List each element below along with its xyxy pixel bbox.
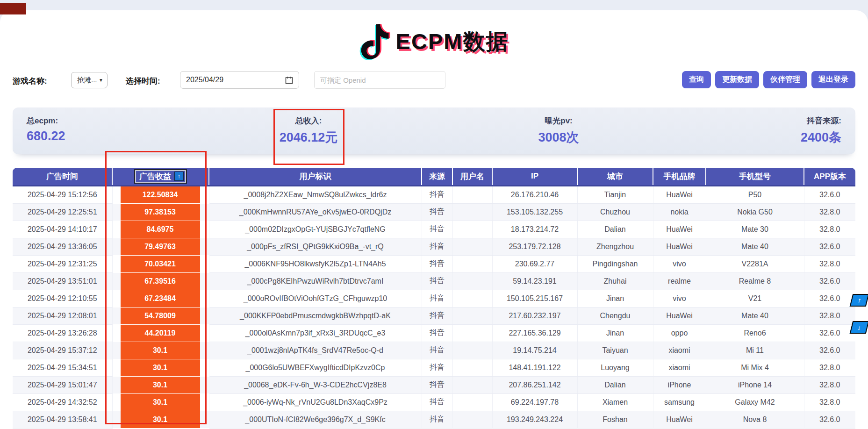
partner-management-button[interactable]: 伙伴管理 xyxy=(763,71,807,88)
revenue-badge: 67.23484 xyxy=(121,290,200,307)
cell-ip: 230.69.2.77 xyxy=(492,255,577,272)
cell-username xyxy=(452,272,492,290)
table-row[interactable]: 2025-04-29 13:58:41 30.1 _000UTIoN-fCI82… xyxy=(13,411,855,428)
revenue-badge: 44.20119 xyxy=(121,325,200,342)
sort-up-icon[interactable]: ↑ xyxy=(174,172,184,181)
table-row[interactable]: 2025-04-29 12:10:55 67.23484 _000oROvIfB… xyxy=(13,290,855,307)
cell-ad-time: 2025-04-29 14:10:17 xyxy=(13,221,112,238)
cell-ip: 26.176.210.46 xyxy=(492,186,577,203)
cell-source: 抖音 xyxy=(422,393,452,411)
cell-ip: 217.60.232.197 xyxy=(492,307,577,324)
cell-ad-time: 2025-04-29 12:10:55 xyxy=(13,290,112,307)
table-row[interactable]: 2025-04-29 15:34:51 30.1 _000G6lo5UWBEFX… xyxy=(13,359,855,376)
date-input[interactable]: 2025/04/29 xyxy=(180,71,299,89)
cell-source: 抖音 xyxy=(422,411,452,428)
cell-ad-time: 2025-04-29 15:37:12 xyxy=(13,342,112,359)
cell-user-id: _0008j2hZ2XEaw_NmwSQ8uIZwkcs_ldr6z xyxy=(209,186,422,203)
cell-phone-brand: iPhone xyxy=(653,376,706,393)
header-source: 来源 xyxy=(422,168,452,186)
cell-username xyxy=(452,359,492,376)
cell-ad-revenue: 30.1 xyxy=(112,359,209,376)
cell-phone-model: Mi Mix 4 xyxy=(706,359,804,376)
table-row[interactable]: 2025-04-29 13:26:28 44.20119 _000ol0AsKm… xyxy=(13,324,855,342)
cell-user-id: _000KKFP0ebdPmuscmdwgkbBWzhpqtD-aK xyxy=(209,307,422,324)
table-row[interactable]: 2025-04-29 12:08:01 54.78009 _000KKFP0eb… xyxy=(13,307,855,324)
revenue-badge: 122.50834 xyxy=(121,186,200,203)
table-row[interactable]: 2025-04-29 14:32:52 30.1 _0006-iyWq-Nk_r… xyxy=(13,393,855,411)
cell-username xyxy=(452,411,492,428)
cell-user-id: _000cPg8KEIhPwzuWiRvlh7btDtrvc7amI xyxy=(209,272,422,290)
table-row[interactable]: 2025-04-29 12:25:51 97.38153 _000KmHwnnR… xyxy=(13,203,855,221)
stats-bar: 总ecpm: 680.22 总收入: 2046.12元 曝光pv: 3008次 … xyxy=(13,107,855,154)
cell-city: Foshan xyxy=(577,411,653,428)
cell-username xyxy=(452,186,492,203)
cell-phone-brand: samsung xyxy=(653,393,706,411)
cell-source: 抖音 xyxy=(422,376,452,393)
table-body: 2025-04-29 15:12:56 122.50834 _0008j2hZ2… xyxy=(13,186,855,428)
cell-user-id: _000UTIoN-fCI82We6ge396g7X_d_S9Kfc xyxy=(209,411,422,428)
cell-ip: 148.41.191.122 xyxy=(492,359,577,376)
cell-app-version: 32.6.0 xyxy=(804,272,855,290)
table-row[interactable]: 2025-04-29 15:37:12 30.1 _0001wzj8nlApTK… xyxy=(13,342,855,359)
cell-ip: 150.105.215.167 xyxy=(492,290,577,307)
table-row[interactable]: 2025-04-29 13:36:05 79.49763 _000pFs_zfR… xyxy=(13,238,855,255)
table-row[interactable]: 2025-04-29 12:31:25 70.03421 _0006KNF95H… xyxy=(13,255,855,272)
game-select-value: 抢滩... xyxy=(77,76,97,85)
cell-ad-revenue: 67.39516 xyxy=(112,272,209,290)
query-button[interactable]: 查询 xyxy=(682,71,711,88)
cell-source: 抖音 xyxy=(422,238,452,255)
revenue-badge: 67.39516 xyxy=(121,273,200,290)
openid-input[interactable] xyxy=(314,71,445,89)
logout-button[interactable]: 退出登录 xyxy=(811,71,855,88)
table-row[interactable]: 2025-04-29 14:10:17 84.6975 _000m02DIzgx… xyxy=(13,221,855,238)
cell-phone-brand: nokia xyxy=(653,203,706,221)
cell-app-version: 32.8.0 xyxy=(804,307,855,324)
recording-badge xyxy=(0,3,26,14)
game-select[interactable]: 抢滩... ▼ xyxy=(71,72,108,88)
cell-ad-revenue: 70.03421 xyxy=(112,255,209,272)
cell-app-version: 32.8.0 xyxy=(804,221,855,238)
filter-row: 游戏名称: 抢滩... ▼ 选择时间: 2025/04/29 查询 更新数据 伙… xyxy=(0,63,868,93)
scroll-up-button[interactable]: ↑ xyxy=(850,294,868,307)
revenue-badge: 79.49763 xyxy=(121,238,200,255)
cell-app-version: 32.8.0 xyxy=(804,255,855,272)
cell-source: 抖音 xyxy=(422,255,452,272)
cell-source: 抖音 xyxy=(422,324,452,342)
cell-app-version: 32.6.0 xyxy=(804,324,855,342)
cell-phone-model: Nokia G50 xyxy=(706,203,804,221)
cell-user-id: _000KmHwnnRU57AYe_oKv5jwEO-0RDQjDz xyxy=(209,203,422,221)
cell-app-version: 32.6.0 xyxy=(804,411,855,428)
cell-ad-revenue: 67.23484 xyxy=(112,290,209,307)
page-title: ECPM数据 xyxy=(396,27,509,57)
revenue-badge: 30.1 xyxy=(121,359,200,376)
main-card: ECPM数据 游戏名称: 抢滩... ▼ 选择时间: 2025/04/29 查询… xyxy=(0,10,868,429)
action-buttons: 查询 更新数据 伙伴管理 退出登录 xyxy=(682,71,855,88)
cell-phone-brand: vivo xyxy=(653,290,706,307)
cell-phone-brand: HuaWei xyxy=(653,307,706,324)
game-name-label: 游戏名称: xyxy=(13,76,47,86)
cell-city: Jinan xyxy=(577,290,653,307)
cell-app-version: 32.6.0 xyxy=(804,186,855,203)
cell-ip: 153.105.132.255 xyxy=(492,203,577,221)
calendar-icon[interactable] xyxy=(285,76,293,84)
cell-user-id: _0001wzj8nlApTK4fs_SrdV47Re5oc-Q-d xyxy=(209,342,422,359)
update-data-button[interactable]: 更新数据 xyxy=(715,71,759,88)
table-row[interactable]: 2025-04-29 15:01:47 30.1 _00068_eDK-Fv-6… xyxy=(13,376,855,393)
cell-source: 抖音 xyxy=(422,359,452,376)
scroll-down-button[interactable]: ↓ xyxy=(850,321,868,334)
cell-city: Xiamen xyxy=(577,393,653,411)
header-city: 城市 xyxy=(577,168,653,186)
cell-user-id: _0006-iyWq-Nk_rVnU2Gu8LDn3XaqCx9Pz xyxy=(209,393,422,411)
cell-username xyxy=(452,203,492,221)
cell-city: Zhuhai xyxy=(577,272,653,290)
table-row[interactable]: 2025-04-29 15:12:56 122.50834 _0008j2hZ2… xyxy=(13,186,855,203)
cell-user-id: _000pFs_zfRSI_QPtG9kKxiO9Ba_-vt_rQ xyxy=(209,238,422,255)
cell-ad-revenue: 122.50834 xyxy=(112,186,209,203)
cell-city: Dalian xyxy=(577,376,653,393)
cell-phone-model: Reno6 xyxy=(706,324,804,342)
cell-phone-brand: vivo xyxy=(653,255,706,272)
table-row[interactable]: 2025-04-29 13:51:01 67.39516 _000cPg8KEI… xyxy=(13,272,855,290)
cell-ad-time: 2025-04-29 13:36:05 xyxy=(13,238,112,255)
cell-user-id: _00068_eDK-Fv-6h_W-3-CDE2hcCVjz8E8 xyxy=(209,376,422,393)
ad-revenue-sort-control[interactable]: 广告收益 ↑ xyxy=(134,169,187,184)
